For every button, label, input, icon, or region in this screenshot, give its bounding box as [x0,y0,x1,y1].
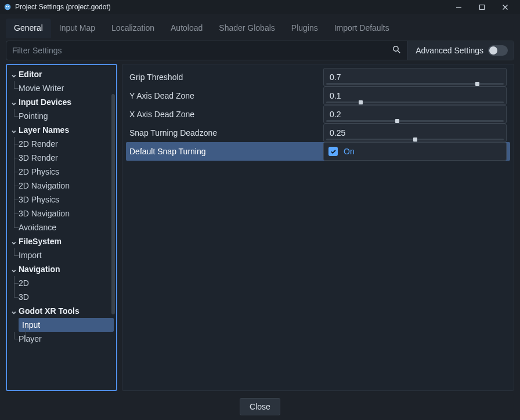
svg-point-1 [6,6,7,7]
tab-general[interactable]: General [6,19,51,38]
slider-input[interactable]: 0.2 [323,105,507,124]
chevron-down-icon: ⌄ [10,70,16,79]
svg-point-4 [393,46,398,51]
category-godot-xr-tools[interactable]: ⌄Godot XR Tools [7,304,116,318]
filter-row: Advanced Settings [6,41,514,60]
tree-item-3d-physics[interactable]: 3D Physics [7,193,116,207]
svg-rect-3 [479,5,484,9]
search-icon[interactable] [387,45,407,56]
checkbox-icon[interactable] [328,147,338,156]
tree-item-2d-render[interactable]: 2D Render [7,137,116,151]
settings-tree[interactable]: ⌄EditorMovie Writer⌄Input DevicesPointin… [6,64,117,391]
scrollbar-thumb[interactable] [111,94,115,314]
slider-thumb[interactable] [413,137,417,142]
property-label: Snap Turning Deadzone [129,128,317,137]
tab-shader-globals[interactable]: Shader Globals [211,19,283,38]
tab-autoload[interactable]: Autoload [162,19,211,38]
property-row-x-axis-dead-zone: X Axis Dead Zone0.2 [126,105,510,124]
category-input-devices[interactable]: ⌄Input Devices [7,95,116,109]
tree-item-avoidance[interactable]: Avoidance [7,220,116,234]
slider-thumb[interactable] [475,82,479,86]
tree-item-2d-physics[interactable]: 2D Physics [7,165,116,179]
tree-item-3d-navigation[interactable]: 3D Navigation [7,207,116,220]
property-label: Default Snap Turning [129,147,317,156]
titlebar: Project Settings (project.godot) [0,0,520,14]
chevron-down-icon: ⌄ [10,125,16,135]
slider-value: 0.25 [330,128,345,137]
tree-item-pointing[interactable]: Pointing [7,109,116,123]
property-panel: Grip Threshold0.7Y Axis Dead Zone0.1X Ax… [122,64,514,391]
tree-item-2d[interactable]: 2D [7,276,116,290]
svg-point-2 [8,6,9,7]
filter-input[interactable] [6,42,387,59]
checkbox-input[interactable]: On [323,142,507,161]
slider-input[interactable]: 0.25 [323,124,507,142]
window-title: Project Settings (project.godot) [15,3,111,11]
category-navigation[interactable]: ⌄Navigation [7,262,116,276]
tree-item-2d-navigation[interactable]: 2D Navigation [7,179,116,193]
svg-point-0 [5,4,11,10]
dialog-footer: Close [0,393,520,420]
tree-item-movie-writer[interactable]: Movie Writer [7,81,116,95]
tab-import-defaults[interactable]: Import Defaults [326,19,398,38]
toggle-switch[interactable] [488,45,508,56]
property-label: Grip Threshold [129,73,317,82]
property-label: X Axis Dead Zone [129,110,317,119]
property-label: Y Axis Dead Zone [129,91,317,100]
slider-thumb[interactable] [395,119,399,123]
close-window-button[interactable] [493,0,517,14]
tree-item-input[interactable]: Input [19,318,114,332]
tabbar: GeneralInput MapLocalizationAutoloadShad… [0,14,520,38]
category-editor[interactable]: ⌄Editor [7,67,116,81]
tree-item-3d-render[interactable]: 3D Render [7,151,116,165]
tab-plugins[interactable]: Plugins [283,19,326,38]
tree-item-3d[interactable]: 3D [7,290,116,304]
slider-value: 0.7 [330,73,341,82]
category-filesystem[interactable]: ⌄FileSystem [7,234,116,248]
slider-value: 0.1 [330,91,341,100]
chevron-down-icon: ⌄ [10,97,16,107]
category-layer-names[interactable]: ⌄Layer Names [7,123,116,137]
tab-input-map[interactable]: Input Map [51,19,103,38]
app-icon [3,3,12,11]
property-row-snap-turning-deadzone: Snap Turning Deadzone0.25 [126,124,510,142]
advanced-settings-toggle[interactable]: Advanced Settings [407,41,514,60]
chevron-down-icon: ⌄ [10,265,16,274]
property-row-y-axis-dead-zone: Y Axis Dead Zone0.1 [126,86,510,105]
chevron-down-icon: ⌄ [10,237,16,246]
property-row-default-snap-turning: Default Snap TurningOn [126,142,510,161]
chevron-down-icon: ⌄ [10,306,16,316]
property-row-grip-threshold: Grip Threshold0.7 [126,68,510,86]
tab-localization[interactable]: Localization [103,19,162,38]
slider-value: 0.2 [330,110,341,119]
maximize-button[interactable] [470,0,493,14]
close-button[interactable]: Close [240,398,280,415]
checkbox-label: On [344,147,355,156]
advanced-settings-label: Advanced Settings [416,46,483,55]
slider-input[interactable]: 0.7 [323,68,507,86]
tree-item-player[interactable]: Player [7,332,116,346]
tree-item-import[interactable]: Import [7,248,116,262]
slider-thumb[interactable] [359,100,363,104]
slider-input[interactable]: 0.1 [323,86,507,105]
minimize-button[interactable] [447,0,470,14]
